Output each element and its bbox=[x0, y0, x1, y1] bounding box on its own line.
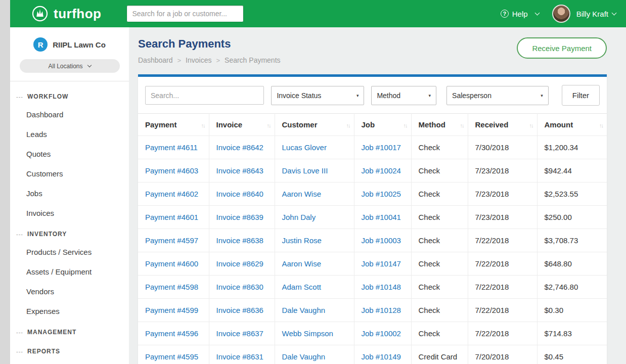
column-header-job[interactable]: Job↑↓ bbox=[354, 114, 411, 136]
method-cell: Check bbox=[411, 206, 468, 229]
chevron-down-icon bbox=[612, 11, 617, 16]
method-cell: Check bbox=[411, 159, 468, 183]
job-link[interactable]: Job #10002 bbox=[362, 329, 401, 338]
user-avatar[interactable] bbox=[552, 5, 570, 23]
invoice-link[interactable]: Invoice #8638 bbox=[216, 236, 263, 245]
invoice-link[interactable]: Invoice #8642 bbox=[216, 143, 263, 152]
job-link[interactable]: Job #10017 bbox=[362, 143, 401, 152]
invoice-link[interactable]: Invoice #8629 bbox=[216, 259, 263, 268]
page-heading: Search Payments Dashboard > Invoices > S… bbox=[138, 37, 281, 64]
method-select[interactable]: Method ▾ bbox=[371, 86, 436, 105]
company-header[interactable]: R RIIPL Lawn Co bbox=[18, 37, 121, 52]
customer-link[interactable]: Adam Scott bbox=[282, 283, 322, 291]
sidebar-item-leads[interactable]: Leads bbox=[10, 124, 129, 144]
sort-icon[interactable]: ↑↓ bbox=[460, 122, 464, 128]
sidebar-item-vendors[interactable]: Vendors bbox=[10, 282, 129, 301]
payment-link[interactable]: Payment #4596 bbox=[145, 329, 198, 338]
section-dashes-icon: --- bbox=[16, 329, 23, 335]
job-link[interactable]: Job #10025 bbox=[362, 190, 401, 198]
job-link[interactable]: Job #10024 bbox=[362, 166, 401, 175]
user-menu[interactable]: Billy Kraft bbox=[576, 10, 616, 18]
customer-link[interactable]: Webb Simpson bbox=[282, 329, 333, 338]
sidebar-item-products-services[interactable]: Products / Services bbox=[10, 242, 129, 262]
payment-link[interactable]: Payment #4599 bbox=[145, 306, 198, 314]
method-cell: Check bbox=[411, 136, 468, 159]
invoice-link[interactable]: Invoice #8640 bbox=[216, 190, 263, 198]
received-cell: 7/23/2018 bbox=[468, 183, 537, 206]
payment-link[interactable]: Payment #4603 bbox=[145, 166, 198, 175]
customer-link[interactable]: Dale Vaughn bbox=[282, 352, 326, 361]
sort-icon[interactable]: ↑↓ bbox=[404, 122, 407, 128]
payment-link[interactable]: Payment #4598 bbox=[145, 283, 198, 291]
global-search-input[interactable] bbox=[126, 5, 244, 22]
column-header-customer[interactable]: Customer↑↓ bbox=[275, 114, 354, 136]
sidebar-item-invoices[interactable]: Invoices bbox=[10, 203, 129, 223]
invoice-link[interactable]: Invoice #8643 bbox=[216, 166, 263, 175]
table-search-input[interactable] bbox=[145, 86, 264, 105]
customer-link[interactable]: Lucas Glover bbox=[282, 143, 327, 152]
sidebar-item-expenses[interactable]: Expenses bbox=[10, 301, 129, 321]
job-link[interactable]: Job #10128 bbox=[362, 306, 401, 314]
payment-link[interactable]: Payment #4611 bbox=[145, 143, 198, 152]
sidebar-item-dashboard[interactable]: Dashboard bbox=[10, 105, 129, 124]
customer-link[interactable]: Aaron Wise bbox=[282, 190, 322, 198]
received-cell: 7/30/2018 bbox=[468, 136, 537, 159]
job-link[interactable]: Job #10149 bbox=[362, 352, 401, 361]
job-link[interactable]: Job #10003 bbox=[362, 236, 401, 245]
brand-logo[interactable]: turfhop bbox=[31, 5, 101, 22]
method-cell: Check bbox=[411, 252, 468, 276]
customer-link[interactable]: Dale Vaughn bbox=[282, 306, 326, 314]
breadcrumb-dashboard[interactable]: Dashboard bbox=[138, 56, 173, 64]
payment-link[interactable]: Payment #4597 bbox=[145, 236, 198, 245]
job-link[interactable]: Job #10041 bbox=[362, 213, 401, 221]
receive-payment-button[interactable]: Receive Payment bbox=[517, 37, 607, 59]
invoice-link[interactable]: Invoice #8636 bbox=[216, 306, 263, 314]
payment-link[interactable]: Payment #4601 bbox=[145, 213, 198, 221]
sort-icon[interactable]: ↑↓ bbox=[267, 122, 271, 128]
job-link[interactable]: Job #10147 bbox=[362, 259, 401, 268]
payment-link[interactable]: Payment #4600 bbox=[145, 259, 198, 268]
breadcrumb-invoices[interactable]: Invoices bbox=[186, 56, 211, 64]
sidebar-item-assets-equipment[interactable]: Assets / Equipment bbox=[10, 262, 129, 282]
invoice-status-select[interactable]: Invoice Status ▾ bbox=[271, 86, 364, 105]
column-header-invoice[interactable]: Invoice↑↓ bbox=[209, 114, 275, 136]
column-header-amount[interactable]: Amount↑↓ bbox=[537, 114, 607, 136]
invoice-link[interactable]: Invoice #8637 bbox=[216, 329, 263, 338]
customer-link[interactable]: Justin Rose bbox=[282, 236, 322, 245]
column-header-payment[interactable]: Payment↑↓ bbox=[138, 114, 209, 136]
invoice-link[interactable]: Invoice #8639 bbox=[216, 213, 263, 221]
locations-selector[interactable]: All Locations bbox=[20, 59, 120, 73]
payment-link[interactable]: Payment #4595 bbox=[145, 352, 198, 361]
sort-icon[interactable]: ↑↓ bbox=[529, 122, 533, 128]
job-link[interactable]: Job #10148 bbox=[362, 283, 401, 291]
amount-cell: $2,523.55 bbox=[537, 183, 607, 206]
sort-icon[interactable]: ↑↓ bbox=[346, 122, 350, 128]
received-cell: 7/22/2018 bbox=[468, 229, 537, 252]
payment-link[interactable]: Payment #4602 bbox=[145, 190, 198, 198]
sidebar-item-jobs[interactable]: Jobs bbox=[10, 184, 129, 203]
chevron-down-icon bbox=[87, 63, 91, 67]
table-row: Payment #4603 Invoice #8643 Davis Love I… bbox=[138, 159, 607, 183]
select-caret-icon: ▾ bbox=[541, 93, 543, 98]
customer-link[interactable]: Davis Love III bbox=[282, 166, 328, 175]
help-menu[interactable]: ? Help bbox=[501, 10, 539, 18]
sidebar-nav: --- WORKFLOW Dashboard Leads Quotes Cust… bbox=[10, 81, 129, 359]
customer-link[interactable]: Aaron Wise bbox=[282, 259, 322, 268]
salesperson-select[interactable]: Salesperson ▾ bbox=[446, 86, 549, 105]
sidebar-item-customers[interactable]: Customers bbox=[10, 164, 129, 184]
column-header-received[interactable]: Received↑↓ bbox=[468, 114, 537, 136]
filter-button[interactable]: Filter bbox=[562, 85, 600, 106]
topbar-right: ? Help Billy Kraft bbox=[501, 5, 616, 23]
section-dashes-icon: --- bbox=[16, 94, 23, 100]
sort-icon[interactable]: ↑↓ bbox=[599, 122, 603, 128]
customer-link[interactable]: John Daly bbox=[282, 213, 316, 221]
invoice-link[interactable]: Invoice #8631 bbox=[216, 352, 263, 361]
company-logo-icon: R bbox=[33, 37, 48, 52]
section-header-workflow: --- WORKFLOW bbox=[10, 85, 129, 105]
column-header-method[interactable]: Method↑↓ bbox=[411, 114, 468, 136]
invoice-link[interactable]: Invoice #8630 bbox=[216, 283, 263, 291]
select-caret-icon: ▾ bbox=[429, 93, 431, 98]
sort-icon[interactable]: ↑↓ bbox=[201, 122, 205, 128]
sidebar-item-quotes[interactable]: Quotes bbox=[10, 144, 129, 164]
received-cell: 7/22/2018 bbox=[468, 276, 537, 299]
